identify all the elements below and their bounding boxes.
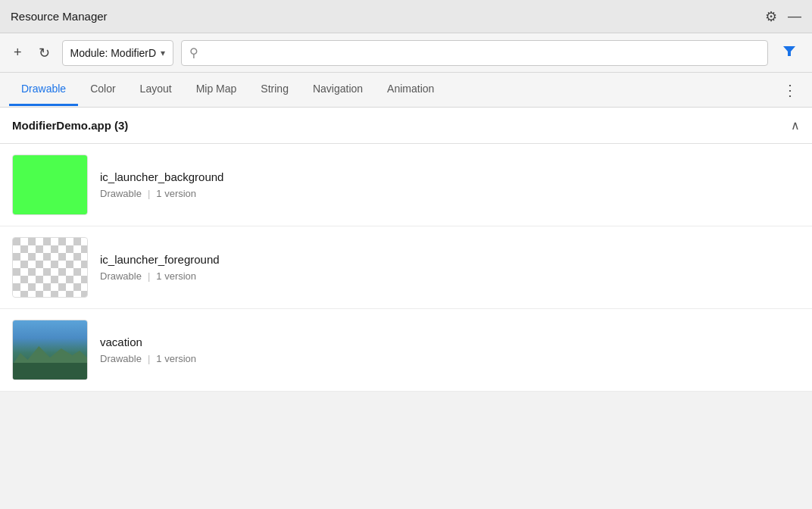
thumbnail-image	[13, 320, 87, 379]
title-bar-controls: ⚙ —	[765, 8, 801, 25]
settings-icon[interactable]: ⚙	[765, 8, 777, 25]
tab-layout[interactable]: Layout	[128, 73, 184, 106]
content-area: ModifierDemo.app (3) ∧ ic_launcher_backg…	[0, 108, 812, 392]
thumbnail-image	[13, 155, 87, 214]
minimize-icon[interactable]: —	[788, 8, 801, 24]
resource-type: Drawable	[100, 270, 142, 282]
resource-name: ic_launcher_background	[100, 170, 800, 183]
tabs-more-icon[interactable]: ⋮	[778, 75, 803, 105]
app-title: Resource Manager	[11, 10, 108, 23]
resource-meta: Drawable | 1 version	[100, 188, 800, 199]
tab-mipmap[interactable]: Mip Map	[184, 73, 249, 106]
tab-string[interactable]: String	[248, 73, 301, 106]
resource-name: ic_launcher_foreground	[100, 253, 800, 266]
add-button[interactable]: +	[9, 42, 27, 64]
tab-color[interactable]: Color	[78, 73, 127, 106]
resource-type: Drawable	[100, 188, 142, 199]
filter-icon	[782, 43, 797, 58]
resource-version: 1 version	[156, 188, 196, 199]
resource-meta: Drawable | 1 version	[100, 270, 800, 282]
resource-item[interactable]: ic_launcher_foreground Drawable | 1 vers…	[0, 226, 812, 309]
group-title: ModifierDemo.app (3)	[12, 119, 128, 132]
chevron-down-icon: ▾	[161, 48, 165, 58]
tab-navigation[interactable]: Navigation	[301, 73, 375, 106]
tab-animation[interactable]: Animation	[375, 73, 446, 106]
module-dropdown-label: Module: ModifierD	[70, 47, 157, 59]
search-input[interactable]	[205, 47, 760, 59]
search-box: ⚲	[181, 40, 768, 66]
resource-name: vacation	[100, 336, 800, 348]
resource-thumbnail	[12, 155, 88, 215]
resource-thumbnail	[12, 237, 88, 298]
tab-drawable[interactable]: Drawable	[9, 73, 78, 106]
resource-info: vacation Drawable | 1 version	[100, 336, 800, 364]
svg-marker-0	[783, 46, 795, 56]
resource-meta: Drawable | 1 version	[100, 353, 800, 364]
tabs-bar: Drawable Color Layout Mip Map String Nav…	[0, 73, 812, 108]
search-icon: ⚲	[189, 45, 198, 60]
resource-version: 1 version	[156, 270, 196, 282]
refresh-button[interactable]: ↻	[34, 42, 55, 64]
resource-item[interactable]: ic_launcher_background Drawable | 1 vers…	[0, 144, 812, 226]
title-bar: Resource Manager ⚙ —	[0, 0, 812, 33]
thumbnail-image	[13, 238, 87, 297]
filter-button[interactable]	[776, 40, 803, 65]
resource-info: ic_launcher_foreground Drawable | 1 vers…	[100, 253, 800, 282]
module-dropdown[interactable]: Module: ModifierD ▾	[62, 40, 174, 66]
collapse-button[interactable]: ∧	[791, 118, 800, 133]
resource-version: 1 version	[156, 353, 196, 364]
toolbar: + ↻ Module: ModifierD ▾ ⚲	[0, 33, 812, 73]
meta-separator: |	[148, 188, 150, 199]
meta-separator: |	[148, 270, 150, 282]
meta-separator: |	[148, 353, 150, 364]
group-header: ModifierDemo.app (3) ∧	[0, 108, 812, 144]
resource-type: Drawable	[100, 353, 142, 364]
resource-thumbnail	[12, 320, 88, 380]
resource-item[interactable]: vacation Drawable | 1 version	[0, 309, 812, 392]
resource-info: ic_launcher_background Drawable | 1 vers…	[100, 170, 800, 199]
